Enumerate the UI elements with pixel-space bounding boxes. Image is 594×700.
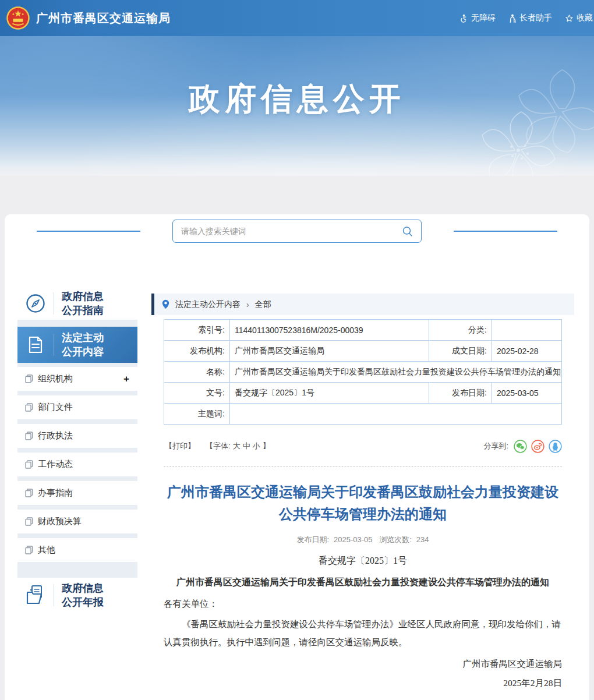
index-number-value: 11440113007523816M/2025-00039 (230, 320, 429, 341)
signature-date-line: 2025年2月28日 (164, 677, 562, 690)
document-info-table: 索引号: 11440113007523816M/2025-00039 分类: 发… (164, 319, 562, 425)
sidebar: 政府信息 公开指南 法定主动 公开内容 (17, 287, 137, 613)
views-meta-value: 234 (416, 535, 429, 544)
signature-line: 广州市番禺区交通运输局 (164, 658, 562, 670)
location-pin-icon (162, 299, 169, 309)
header-utilities: 无障碍 长者助手 收藏 (459, 0, 593, 36)
pages-icon (25, 460, 33, 469)
site-title: 广州市番禺区交通运输局 (36, 10, 171, 26)
flower-decoration-faded (501, 54, 594, 170)
sidebar-item-department-documents[interactable]: 部门文件 (17, 395, 137, 419)
font-medium-button[interactable]: 中 (243, 441, 250, 451)
pages-icon (25, 517, 33, 526)
pages-icon (25, 546, 33, 554)
weibo-share-icon[interactable] (531, 440, 544, 453)
views-meta-label: 浏览次数: (379, 535, 412, 544)
pages-icon (25, 489, 33, 497)
right-decorative-line (454, 231, 557, 232)
elder-assist-link[interactable]: 长者助手 (508, 13, 552, 23)
sidebar-item-guide[interactable]: 政府信息 公开指南 (17, 287, 137, 320)
elder-person-icon (508, 14, 517, 23)
keywords-label: 主题词: (164, 404, 230, 425)
qq-share-icon[interactable] (549, 440, 562, 453)
search-icon (401, 225, 414, 238)
keywords-value (230, 404, 562, 425)
wechat-share-icon[interactable] (514, 440, 527, 453)
favorite-link[interactable]: 收藏 (565, 13, 593, 23)
compass-icon (17, 293, 54, 314)
search-button[interactable] (400, 224, 415, 239)
guide-label-line1: 政府信息 (62, 291, 104, 302)
share-group: 分享到: (483, 440, 562, 453)
national-emblem-logo (6, 6, 30, 30)
left-decorative-line (37, 231, 140, 232)
pages-icon (25, 432, 33, 440)
name-label: 名称: (164, 362, 230, 383)
font-size-label-close: 】 (263, 441, 270, 451)
pages-icon (25, 374, 33, 383)
table-row: 索引号: 11440113007523816M/2025-00039 分类: (164, 320, 562, 341)
pages-icon (25, 403, 33, 412)
search-box (172, 220, 422, 243)
sidebar-item-statutory-disclosure-active[interactable]: 法定主动 公开内容 (17, 327, 137, 363)
sidebar-item-organization[interactable]: 组织机构 + (17, 367, 137, 391)
category-label: 分类: (429, 320, 492, 341)
publish-date-meta-label: 发布日期: (296, 535, 329, 544)
document-number-line: 番交规字〔2025〕1号 (164, 555, 562, 567)
doc-number-value: 番交规字〔2025〕1号 (230, 383, 429, 404)
breadcrumb-current[interactable]: 全部 (255, 299, 271, 310)
content-card: 政府信息 公开指南 法定主动 公开内容 (5, 214, 589, 700)
doc-number-label: 文号: (164, 383, 230, 404)
article-title: 广州市番禺区交通运输局关于印发番禺区鼓励社会力量投资建设公共停车场管理办法的通知 (164, 481, 562, 525)
active-label-line2: 公开内容 (62, 346, 104, 358)
breadcrumb-parent[interactable]: 法定主动公开内容 (175, 299, 241, 310)
sidebar-item-administrative-law[interactable]: 行政执法 (17, 424, 137, 448)
guide-label-line2: 公开指南 (62, 305, 104, 316)
search-input[interactable] (173, 220, 421, 242)
document-subtitle: 广州市番禺区交通运输局关于印发番禺区鼓励社会力量投资建设公共停车场管理办法的通知 (164, 577, 562, 589)
table-row: 文号: 番交规字〔2025〕1号 发布日期: 2025-03-05 (164, 383, 562, 404)
breadcrumb: 法定主动公开内容 › 全部 (151, 294, 574, 315)
agency-value: 广州市番禺区交通运输局 (230, 341, 429, 362)
sidebar-item-annual-report[interactable]: 政府信息 公开年报 (17, 578, 137, 613)
font-small-button[interactable]: 小 (253, 441, 260, 451)
expand-plus-icon[interactable]: + (123, 373, 129, 385)
sidebar-submenu: 组织机构 + 部门文件 行政执法 (17, 363, 137, 567)
page-banner: 政府信息公开 (0, 36, 594, 176)
sidebar-item-service-guide[interactable]: 办事指南 (17, 481, 137, 505)
document-icon (17, 335, 54, 355)
agency-label: 发布机构: (164, 341, 230, 362)
written-date-value: 2025-02-28 (492, 341, 561, 362)
article-toolbar: 【打印】 【字体: 大 中 小 】 分享到: (165, 439, 562, 453)
active-label-line1: 法定主动 (62, 332, 104, 344)
sidebar-item-fiscal-budget[interactable]: 财政预决算 (17, 510, 137, 533)
breadcrumb-separator: › (246, 300, 249, 309)
publish-date-meta-value: 2025-03-05 (334, 535, 373, 544)
share-label: 分享到: (483, 441, 508, 451)
sidebar-item-other[interactable]: 其他 (17, 538, 137, 562)
table-row: 发布机构: 广州市番禺区交通运输局 成文日期: 2025-02-28 (164, 341, 562, 362)
name-value: 广州市番禺区交通运输局关于印发番禺区鼓励社会力量投资建设公共停车场管理办法的通知 (230, 362, 562, 383)
table-row: 主题词: (164, 404, 562, 425)
print-button[interactable]: 【打印】 (165, 441, 195, 451)
table-row: 名称: 广州市番禺区交通运输局关于印发番禺区鼓励社会力量投资建设公共停车场管理办… (164, 362, 562, 383)
folder-report-icon (17, 584, 54, 606)
font-large-button[interactable]: 大 (233, 441, 241, 451)
publish-date-value: 2025-03-05 (492, 383, 561, 404)
sidebar-item-work-updates[interactable]: 工作动态 (17, 452, 137, 476)
search-row (5, 220, 589, 243)
salutation-line: 各有关单位： (164, 598, 562, 610)
written-date-label: 成文日期: (429, 341, 492, 362)
accessibility-icon (459, 14, 468, 23)
star-icon (565, 14, 574, 23)
publish-date-label: 发布日期: (429, 383, 492, 404)
index-number-label: 索引号: (164, 320, 230, 341)
font-size-label: 【字体: (206, 441, 231, 451)
top-header-bar: 广州市番禺区交通运输局 无障碍 长者助手 收藏 (0, 0, 594, 36)
dashed-divider (164, 466, 562, 467)
accessibility-link[interactable]: 无障碍 (459, 13, 496, 23)
annual-label-line2: 公开年报 (62, 596, 104, 608)
annual-label-line1: 政府信息 (62, 582, 104, 594)
article-meta: 发布日期:2025-03-05 浏览次数:234 (164, 535, 562, 545)
body-paragraph: 《番禺区鼓励社会力量投资建设公共停车场管理办法》业经区人民政府同意，现印发给你们… (164, 615, 562, 651)
